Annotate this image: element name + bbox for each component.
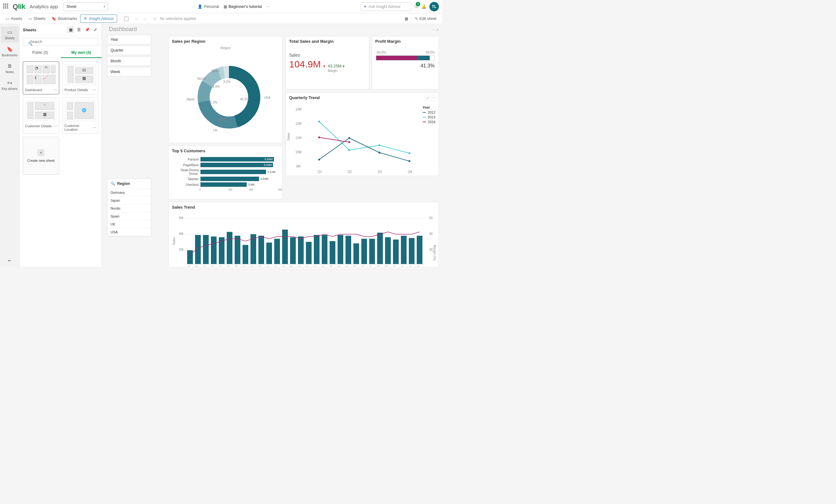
eye-icon: 👁 [83, 17, 88, 21]
insight-advisor-button[interactable]: 👁Insight Advisor [80, 15, 117, 23]
svg-rect-67 [330, 241, 335, 264]
rail-bookmarks[interactable]: 🔖Bookmarks [1, 44, 19, 59]
chart-title: Top 5 Customers [169, 146, 282, 156]
tab-myown[interactable]: My own (4) [61, 48, 102, 58]
region-japan[interactable]: Japan [107, 197, 151, 205]
create-sheet-button[interactable]: + Create new sheet [23, 137, 59, 175]
expand-icon[interactable]: ⤢ [92, 26, 98, 33]
thumb-product[interactable]: ⫿⫿ ▦ Product Details⋯ [62, 61, 99, 94]
bar-label: Userland [170, 183, 198, 187]
chart-top5-customers[interactable]: Top 5 Customers Paracel 5.69MPageWave 5.… [169, 146, 283, 199]
bookmarks-button[interactable]: 🔖Bookmarks [49, 13, 80, 24]
thumb-more-icon[interactable]: ⋯ [93, 125, 96, 130]
next-sheet-icon[interactable]: › [437, 27, 438, 32]
user-avatar[interactable]: TL [430, 2, 439, 12]
svg-text:26.9%: 26.9% [218, 118, 227, 121]
thumb-more-icon[interactable]: ⋯ [93, 88, 96, 92]
insight-search-input[interactable]: ✦ Ask Insight Advisor [361, 2, 411, 11]
main-canvas: Dashboard ‹ › Year Quarter Month Week 🔍R… [105, 24, 442, 267]
filter-quarter[interactable]: Quarter [107, 45, 151, 55]
help-button[interactable]: ⓘ 3 [415, 4, 418, 9]
region-spain[interactable]: Spain [107, 212, 151, 220]
rail-keydrivers-label: Key drivers [2, 87, 17, 91]
chart-quarterly-trend[interactable]: Quarterly Trend ⤢⋯ Year 2012 2013 2014 S… [286, 93, 439, 176]
prev-sheet-icon[interactable]: ‹ [433, 27, 435, 32]
collapse-rail-icon[interactable]: ⇤ [8, 258, 12, 267]
chart-title: Total Sales and Margin [286, 36, 369, 46]
alt-view-icon[interactable]: ▦ [401, 13, 411, 24]
thumb-customer-details[interactable]: ⁘ ▦ Customer Details⋯ [23, 97, 59, 134]
selection-back[interactable]: ◁ [132, 13, 141, 24]
left-rail: ▭Sheets 🔖Bookmarks 🗎Notes 🗝Key drivers ⇤ [0, 24, 20, 267]
panel-resize-handle[interactable]: ⋮ [102, 144, 105, 147]
thumb-customer-location[interactable]: 🌐 Customer Location⋯ [62, 97, 99, 134]
bell-icon[interactable]: 🔔 [421, 4, 426, 9]
svg-rect-77 [409, 238, 415, 264]
thumb-more-icon[interactable]: ⋯ [53, 124, 57, 128]
region-uk[interactable]: UK [107, 220, 151, 228]
tutorial-button[interactable]: ▦Beginner's tutorial [224, 4, 262, 9]
tab-public[interactable]: Public (0) [20, 48, 61, 58]
toolbar: ▭Assets ▭Sheets 🔖Bookmarks 👁Insight Advi… [0, 13, 442, 24]
chart-profit-margin[interactable]: Profit Margin -50.0%50.0% 41.3% [372, 36, 439, 89]
svg-rect-63 [298, 236, 304, 264]
rail-sheets[interactable]: ▭Sheets [1, 26, 19, 42]
chart-title: Profit Margin [372, 36, 439, 46]
svg-rect-72 [369, 239, 375, 264]
selection-tool-1[interactable] [121, 13, 132, 24]
assets-button[interactable]: ▭Assets [2, 13, 25, 24]
svg-text:USA: USA [264, 96, 270, 99]
fullscreen-icon[interactable]: ⤢ [426, 96, 430, 100]
time-filters: Year Quarter Month Week [107, 35, 151, 78]
svg-point-32 [348, 137, 350, 139]
svg-text:2M: 2M [179, 248, 183, 251]
thumb-dashboard[interactable]: ◔ #1 ⫿ 📈 Dashboard⋯ [23, 61, 59, 94]
svg-text:2012-Jan: 2012-Jan [178, 265, 190, 267]
app-launcher-icon[interactable] [3, 3, 10, 10]
bookmark-icon: 🔖 [52, 17, 56, 21]
legend-item: 2012 [428, 111, 435, 114]
grid-view-icon[interactable]: ▦ [68, 26, 74, 33]
region-usa[interactable]: USA [107, 228, 151, 236]
svg-text:30: 30 [429, 248, 433, 251]
gauge-value: 41.3% [372, 60, 439, 71]
chevron-down-icon: ▾ [103, 5, 105, 8]
svg-text:Q1: Q1 [318, 170, 322, 174]
thumb-more-icon[interactable]: ⋯ [53, 88, 57, 92]
chart-sales-trend[interactable]: Sales Trend Sales Margin (%) 6M4M2M 5040… [169, 202, 439, 267]
sheets-rail-icon: ▭ [1, 29, 19, 35]
insight-label: Insight Advisor [89, 17, 114, 21]
region-filter: 🔍Region Germany Japan Nordic Spain UK US… [107, 178, 151, 236]
assets-icon: ▭ [6, 17, 9, 21]
edit-sheet-button[interactable]: ✎Edit sheet [411, 13, 439, 24]
selection-clear[interactable]: ⊘ [150, 13, 159, 24]
svg-rect-74 [385, 237, 391, 264]
qlik-logo[interactable]: Qlik [13, 2, 25, 11]
chart-sales-per-region[interactable]: Sales per Region Region [169, 36, 283, 143]
rail-keydrivers[interactable]: 🗝Key drivers [1, 78, 19, 93]
svg-rect-78 [417, 236, 422, 264]
bar-row: Talarian 4.54M [170, 177, 278, 181]
svg-rect-60 [274, 239, 280, 264]
more-icon[interactable]: ⋯ [266, 4, 271, 9]
kpi-total-sales[interactable]: Total Sales and Margin Sales 104.9M ▾ 43… [286, 36, 369, 89]
list-view-icon[interactable]: ☰ [76, 26, 82, 33]
legend-title: Year [423, 105, 435, 109]
chart-title: Sales per Region [169, 36, 282, 46]
personal-button[interactable]: 👤Personal [197, 4, 219, 9]
region-nordic[interactable]: Nordic [107, 205, 151, 212]
filter-month[interactable]: Month [107, 56, 151, 66]
region-germany[interactable]: Germany [107, 189, 151, 197]
svg-rect-69 [345, 236, 351, 264]
sheets-button[interactable]: ▭Sheets [25, 13, 49, 24]
filter-year[interactable]: Year [107, 35, 151, 44]
top-bar: Qlik Analytics app Sheet ▾ 👤Personal ▦Be… [0, 0, 442, 13]
more-icon[interactable]: ⋯ [431, 96, 435, 100]
svg-point-30 [408, 152, 411, 154]
sheet-dropdown[interactable]: Sheet ▾ [64, 2, 108, 11]
filter-week[interactable]: Week [107, 67, 151, 77]
rail-notes[interactable]: 🗎Notes [1, 61, 19, 76]
sheets-search-input[interactable] [23, 38, 98, 46]
pin-icon[interactable]: 📌 [84, 26, 90, 33]
selection-forward[interactable]: ▷ [141, 13, 150, 24]
